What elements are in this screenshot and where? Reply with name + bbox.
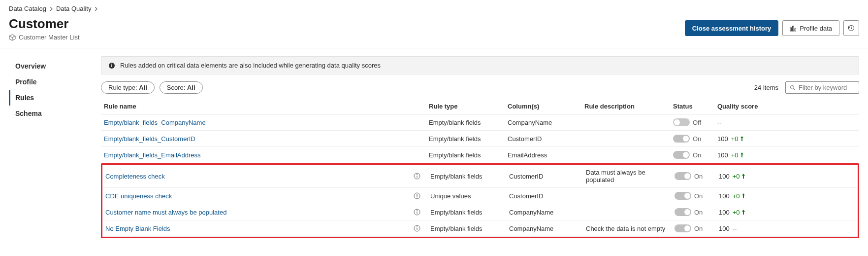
columns-cell: CustomerID	[508, 135, 584, 143]
rule-desc-cell: Data must always be populated	[586, 169, 675, 183]
filter-score-value: All	[187, 84, 195, 91]
rule-type-cell: Empty/blank fields	[430, 225, 509, 232]
history-icon-button[interactable]	[843, 20, 859, 36]
info-icon[interactable]	[414, 173, 420, 180]
table-row: Empty/blank_fields_CustomerIDEmpty/blank…	[101, 131, 859, 147]
search-input[interactable]	[799, 84, 868, 91]
quality-score-cell: 100+0	[719, 192, 855, 200]
svg-line-8	[794, 89, 795, 90]
score-value: 100	[719, 225, 730, 232]
delta-up: +0	[731, 151, 744, 159]
table-row: CDE uniqueness checkUnique valuesCustome…	[102, 188, 858, 204]
quality-score-cell: 100+0	[719, 209, 855, 216]
status-toggle[interactable]: On	[675, 224, 719, 232]
table-row: Empty/blank_fields_CompanyNameEmpty/blan…	[101, 114, 859, 131]
delta-up: +0	[733, 192, 745, 200]
breadcrumb: Data Catalog Data Quality	[9, 5, 859, 12]
status-toggle[interactable]: On	[673, 151, 717, 159]
svg-point-6	[111, 64, 112, 65]
quality-score-cell: 100--	[719, 225, 855, 232]
search-box[interactable]	[785, 81, 859, 94]
rule-type-cell: Unique values	[430, 192, 509, 200]
table-header: Rule name Rule type Column(s) Rule descr…	[101, 99, 859, 114]
breadcrumb-item[interactable]: Data Quality	[56, 5, 92, 12]
score-value: 100	[719, 192, 730, 200]
score-value: 100	[717, 135, 728, 143]
table-row: Empty/blank_fields_EmailAddressEmpty/bla…	[101, 147, 859, 163]
svg-rect-5	[111, 65, 112, 67]
status-toggle[interactable]: On	[675, 172, 719, 180]
quality-score-cell: 100+0	[717, 151, 856, 159]
delta-up: +0	[731, 135, 744, 143]
rule-name-link[interactable]: Empty/blank_fields_CompanyName	[104, 119, 206, 126]
filter-rule-type[interactable]: Rule type: All	[101, 81, 155, 94]
rule-name-link[interactable]: Empty/blank_fields_EmailAddress	[104, 151, 201, 159]
filter-rule-type-value: All	[139, 84, 147, 91]
status-label: On	[694, 173, 703, 180]
rule-name-link[interactable]: CDE uniqueness check	[105, 192, 172, 200]
status-toggle[interactable]: On	[675, 192, 719, 200]
cube-icon	[9, 34, 16, 41]
sidebar-item-profile[interactable]: Profile	[9, 74, 101, 90]
info-icon	[108, 62, 115, 69]
search-icon	[790, 85, 796, 91]
rule-type-cell: Empty/blank fields	[429, 119, 508, 126]
rule-type-cell: Empty/blank fields	[430, 173, 509, 180]
delta-up: +0	[733, 209, 745, 216]
page-subtitle: Customer Master List	[19, 34, 80, 41]
svg-rect-13	[417, 195, 417, 197]
status-toggle[interactable]: On	[673, 135, 717, 143]
delta-none: --	[733, 225, 737, 232]
sidebar-item-rules[interactable]: Rules	[9, 90, 101, 106]
status-toggle[interactable]: On	[675, 208, 719, 216]
info-icon[interactable]	[414, 209, 420, 216]
col-rule-name[interactable]: Rule name	[104, 103, 429, 110]
delta-up: +0	[733, 173, 745, 180]
svg-rect-10	[417, 176, 417, 178]
quality-score-cell: 100+0	[719, 173, 855, 180]
score-value: 100	[717, 151, 728, 159]
filter-score-label: Score:	[167, 84, 187, 91]
rule-name-link[interactable]: No Empty Blank Fields	[105, 225, 170, 232]
status-label: On	[694, 209, 703, 216]
profile-data-label: Profile data	[800, 25, 832, 32]
col-rule-desc[interactable]: Rule description	[584, 103, 673, 110]
columns-cell: CustomerID	[509, 173, 586, 180]
rule-name-link[interactable]: Empty/blank_fields_CustomerID	[104, 135, 195, 143]
columns-cell: CustomerID	[509, 192, 586, 200]
breadcrumb-item[interactable]: Data Catalog	[9, 5, 46, 12]
svg-rect-19	[417, 228, 417, 230]
svg-point-11	[417, 174, 418, 175]
info-icon[interactable]	[414, 225, 420, 232]
status-label: On	[693, 151, 701, 159]
score-value: --	[717, 119, 722, 126]
profile-data-button[interactable]: Profile data	[782, 20, 839, 36]
svg-point-17	[417, 210, 418, 211]
col-rule-type[interactable]: Rule type	[429, 103, 508, 110]
item-count: 24 items	[754, 84, 778, 91]
table-row: Completeness checkEmpty/blank fieldsCust…	[102, 165, 858, 188]
svg-point-20	[417, 226, 418, 227]
table-row: No Empty Blank FieldsEmpty/blank fieldsC…	[102, 220, 858, 237]
info-banner: Rules added on critical data elements ar…	[101, 56, 859, 74]
status-label: Off	[693, 119, 701, 126]
columns-cell: EmailAddress	[508, 151, 584, 159]
sidebar-item-overview[interactable]: Overview	[9, 58, 101, 74]
quality-score-cell: 100+0	[717, 135, 856, 143]
history-icon	[848, 25, 855, 32]
col-columns[interactable]: Column(s)	[508, 103, 584, 110]
filter-score[interactable]: Score: All	[160, 81, 203, 94]
info-icon[interactable]	[414, 192, 420, 199]
columns-cell: CompanyName	[509, 209, 586, 216]
status-toggle[interactable]: Off	[673, 118, 717, 126]
col-status[interactable]: Status	[673, 103, 717, 110]
svg-rect-1	[793, 26, 794, 31]
sidebar-item-schema[interactable]: Schema	[9, 106, 101, 121]
rule-name-link[interactable]: Completeness check	[105, 173, 165, 180]
close-assessment-history-button[interactable]: Close assessment history	[685, 20, 778, 36]
page-title: Customer	[9, 16, 80, 32]
info-banner-text: Rules added on critical data elements ar…	[120, 62, 381, 69]
sidebar: Overview Profile Rules Schema	[0, 48, 101, 238]
rule-name-link[interactable]: Customer name must always be populated	[105, 209, 226, 216]
col-quality[interactable]: Quality score	[717, 103, 856, 110]
